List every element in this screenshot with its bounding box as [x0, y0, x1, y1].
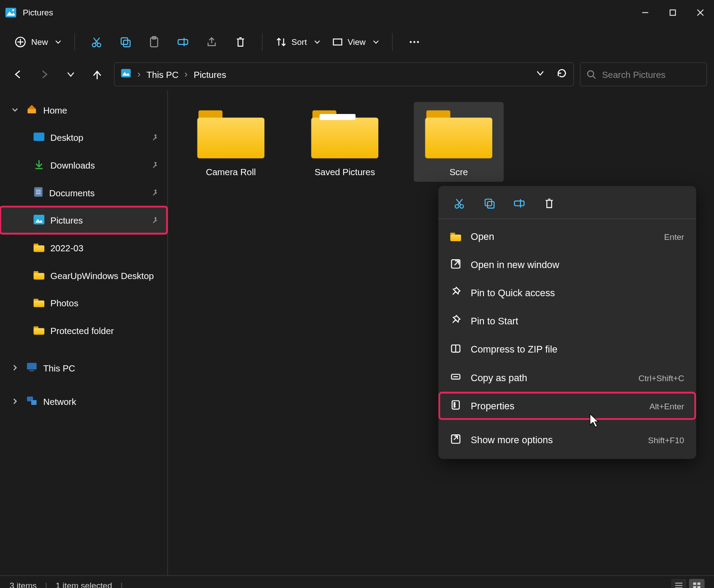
ctx-compress-zip[interactable]: Compress to ZIP file [438, 335, 696, 364]
sidebar-item-label: Pictures [50, 215, 83, 225]
properties-icon [450, 399, 461, 412]
sidebar-item-label: Home [43, 105, 67, 115]
breadcrumb-item[interactable]: This PC [146, 69, 179, 79]
cut-button[interactable] [82, 30, 111, 54]
recent-button[interactable] [63, 67, 78, 82]
ctx-delete-button[interactable] [543, 197, 556, 210]
pin-icon [150, 215, 159, 225]
ctx-pin-start[interactable]: Pin to Start [438, 307, 696, 335]
pin-icon [150, 160, 159, 170]
svg-line-55 [454, 261, 459, 265]
svg-point-62 [454, 404, 455, 405]
search-icon [586, 70, 596, 79]
search-input[interactable]: Search Pictures [580, 62, 707, 87]
up-button[interactable] [90, 67, 104, 82]
folder-screenshots[interactable]: Scre [414, 102, 503, 182]
folder-camera-roll[interactable]: Camera Roll [186, 102, 276, 182]
svg-point-61 [454, 402, 455, 404]
paste-button[interactable] [140, 30, 168, 54]
sidebar-item-label: Protected folder [50, 325, 114, 335]
more-icon [450, 434, 461, 447]
breadcrumb[interactable]: › This PC › Pictures [114, 62, 574, 87]
new-button[interactable]: New [8, 33, 67, 52]
ctx-rename-button[interactable] [513, 197, 526, 210]
sidebar-item-label: This PC [43, 363, 75, 373]
forward-button[interactable] [37, 67, 52, 82]
ctx-show-more[interactable]: Show more options Shift+F10 [438, 426, 696, 454]
sidebar-network[interactable]: Network [0, 387, 167, 415]
refresh-button[interactable] [557, 68, 568, 81]
back-button[interactable] [11, 67, 26, 82]
sidebar-item-protected[interactable]: Protected folder [0, 317, 167, 345]
new-label: New [31, 37, 48, 47]
svg-rect-14 [121, 38, 128, 44]
svg-line-65 [454, 436, 458, 439]
sidebar-home[interactable]: Home [0, 96, 167, 124]
ctx-cut-button[interactable] [453, 197, 466, 210]
sidebar-item-photos[interactable]: Photos [0, 289, 167, 317]
ctx-open[interactable]: Open Enter [438, 223, 696, 251]
view-button[interactable]: View [326, 33, 385, 51]
pin-icon [150, 187, 159, 198]
sort-button[interactable]: Sort [270, 33, 326, 51]
ctx-shortcut: Shift+F10 [648, 435, 684, 445]
copy-button[interactable] [111, 30, 139, 54]
folder-label: Saved Pictures [315, 167, 375, 177]
maximize-button[interactable] [659, 0, 687, 25]
sidebar-item-desktop[interactable]: Desktop [0, 124, 167, 151]
folder-label: Scre [450, 167, 468, 177]
ctx-pin-quick-access[interactable]: Pin to Quick access [438, 279, 696, 307]
more-button[interactable] [400, 30, 428, 54]
sidebar-item-label: Downloads [50, 160, 95, 170]
ctx-copy-path[interactable]: Copy as path Ctrl+Shift+C [438, 364, 696, 392]
sidebar-item-label: 2022-03 [50, 243, 83, 253]
ctx-item-label: Pin to Start [471, 316, 518, 327]
ctx-open-new-window[interactable]: Open in new window [438, 251, 696, 279]
breadcrumb-sep-icon: › [137, 69, 140, 80]
ctx-item-label: Copy as path [471, 372, 527, 383]
folder-icon [195, 107, 267, 161]
svg-point-23 [410, 41, 411, 43]
view-icons-button[interactable] [689, 579, 704, 588]
documents-icon [33, 186, 43, 199]
sidebar-item-2022-03[interactable]: 2022-03 [0, 234, 167, 262]
home-icon [26, 103, 37, 116]
ctx-copy-button[interactable] [483, 197, 496, 210]
sidebar-item-gearupwindows[interactable]: GearUpWindows Desktop [0, 261, 167, 289]
rename-button[interactable] [168, 30, 197, 54]
ctx-shortcut: Ctrl+Shift+C [638, 373, 684, 382]
svg-rect-60 [452, 401, 459, 409]
view-details-button[interactable] [671, 579, 686, 588]
folder-saved-pictures[interactable]: Saved Pictures [300, 102, 390, 182]
svg-rect-15 [124, 40, 130, 47]
folder-icon [309, 107, 381, 161]
svg-marker-32 [28, 105, 36, 109]
breadcrumb-dropdown[interactable] [536, 69, 545, 80]
zip-icon [450, 343, 461, 356]
thispc-icon [26, 362, 37, 374]
folder-icon [33, 326, 44, 334]
sidebar-item-documents[interactable]: Documents [0, 179, 167, 206]
sidebar-item-downloads[interactable]: Downloads [0, 151, 167, 179]
close-button[interactable] [687, 0, 714, 25]
breadcrumb-item[interactable]: Pictures [194, 69, 226, 79]
status-selected: 1 item selected [55, 581, 112, 588]
path-icon [450, 371, 461, 384]
folder-icon [450, 232, 461, 241]
sidebar-item-pictures[interactable]: Pictures [0, 206, 167, 234]
sidebar-thispc[interactable]: This PC [0, 354, 167, 382]
search-placeholder: Search Pictures [602, 69, 665, 79]
pin-icon [450, 287, 461, 300]
delete-button[interactable] [226, 30, 255, 54]
chevron-down-icon [314, 39, 320, 45]
share-button[interactable] [197, 30, 226, 54]
sidebar-item-label: GearUpWindows Desktop [50, 270, 154, 280]
ctx-shortcut: Enter [664, 232, 685, 242]
minimize-button[interactable] [631, 0, 659, 25]
ctx-item-label: Show more options [471, 434, 553, 445]
ctx-properties[interactable]: Properties Alt+Enter [438, 392, 696, 420]
svg-rect-45 [31, 400, 37, 404]
pin-icon [450, 315, 461, 328]
ctx-shortcut: Alt+Enter [649, 401, 684, 411]
network-icon [26, 396, 37, 407]
